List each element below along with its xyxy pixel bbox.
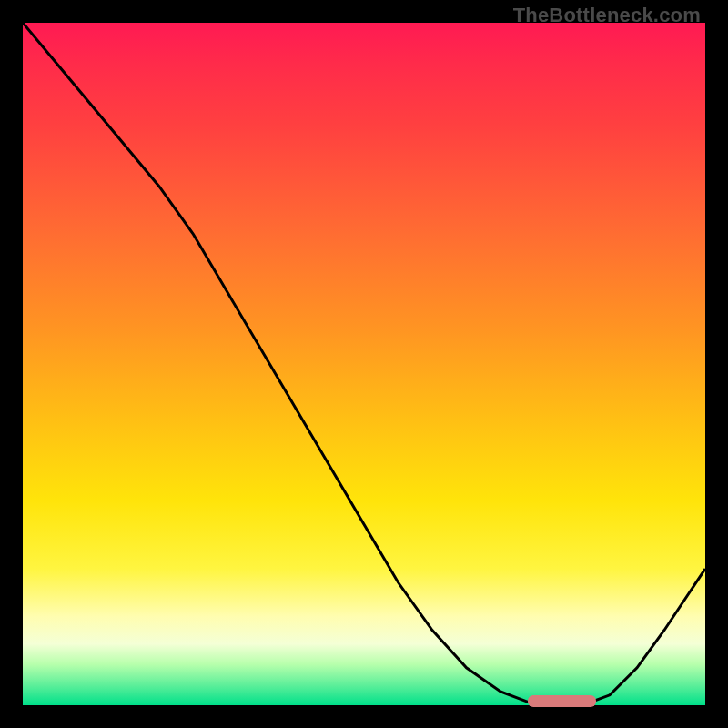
watermark-text: TheBottleneck.com	[513, 4, 701, 27]
gradient-background	[23, 23, 705, 705]
chart-frame	[23, 23, 705, 705]
optimal-range-marker	[528, 695, 596, 707]
